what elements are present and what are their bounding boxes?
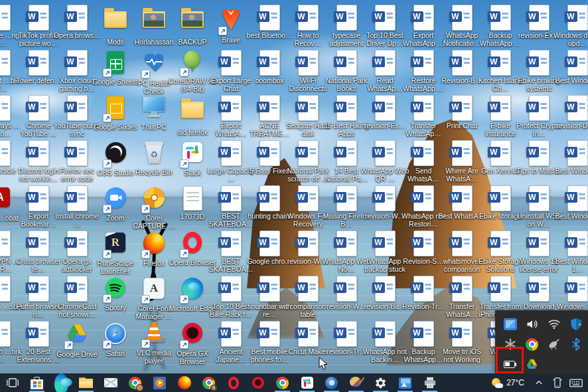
word-document-icon: W: [529, 5, 550, 31]
word-document-icon: W: [29, 5, 49, 31]
desktop-icon-label: revision-De…: [553, 122, 588, 130]
word-document-icon: W: [375, 50, 396, 76]
word-document-icon: W: [375, 5, 396, 31]
desktop-icon[interactable]: WBest Windows: [553, 185, 588, 229]
taskbar-microsoft-store-button[interactable]: [25, 373, 49, 392]
desktop-icon[interactable]: WWindows driver upd…: [553, 4, 588, 48]
taskbar-blue-circle-app-button[interactable]: [319, 373, 344, 392]
wifi-icon[interactable]: [547, 317, 561, 332]
defender-icon[interactable]: [569, 317, 583, 332]
shortcut-arrow-icon: [103, 68, 111, 77]
word-document-icon: W: [490, 5, 511, 31]
taskbar-printer-button[interactable]: [417, 373, 442, 392]
firefox-icon: [177, 376, 191, 390]
tray-show-hidden-icons-button[interactable]: [531, 373, 547, 392]
word-document-icon: W: [529, 231, 550, 256]
word-document-icon: W: [0, 321, 11, 347]
taskbar-opera-button[interactable]: [221, 373, 246, 392]
desktop-icon[interactable]: WBest Windows 1…: [553, 230, 588, 274]
word-document-icon: W: [452, 276, 473, 302]
word-document-icon: W: [413, 140, 434, 166]
task-view-icon: [5, 376, 19, 390]
folder-with-photo-icon: [181, 11, 204, 28]
taskbar-file-explorer-button[interactable]: [74, 373, 98, 392]
video-player-icon: [153, 376, 167, 390]
word-document-icon: W: [259, 231, 280, 256]
shortcut-arrow-icon: [141, 295, 150, 304]
shortcut-arrow-icon: [180, 340, 188, 349]
word-document-icon: W: [490, 140, 511, 166]
word-document-icon: W: [375, 276, 396, 302]
taskbar-chrome-b-button[interactable]: B: [196, 373, 221, 392]
satellite-icon[interactable]: [547, 337, 561, 351]
taskbar-paint-palette-app-button[interactable]: [344, 373, 368, 392]
word-document-icon: W: [452, 185, 473, 211]
taskbar-task-view-button[interactable]: [0, 373, 25, 392]
word-document-icon: W: [0, 276, 11, 302]
taskbar-edge-button[interactable]: [49, 373, 74, 392]
word-document-icon: W: [567, 50, 588, 76]
folder-icon: [104, 11, 127, 28]
edge-icon: [54, 376, 68, 390]
desktop-icon[interactable]: Wrevision-De…: [553, 94, 588, 138]
desktop-icon[interactable]: WBest Windows: [553, 140, 588, 183]
shortcut-arrow-icon: [141, 250, 150, 258]
chrome-icon[interactable]: [525, 337, 540, 351]
word-document-icon: W: [67, 231, 88, 256]
taskbar-chrome-profile-button[interactable]: [123, 373, 147, 392]
word-document-icon: W: [29, 95, 49, 121]
word-document-icon: W: [452, 95, 473, 121]
taskbar-video-player-button[interactable]: [147, 373, 172, 392]
shortcut-arrow-icon: [141, 205, 150, 213]
word-document-icon: W: [336, 95, 357, 121]
word-document-icon: W: [259, 276, 280, 302]
google-drive-icon[interactable]: [525, 357, 540, 371]
desktop-icon[interactable]: WBest Windows: [553, 49, 588, 93]
taskbar-slack-button[interactable]: [295, 373, 319, 392]
shortcut-arrow-icon: [103, 340, 111, 349]
word-document-icon: W: [29, 140, 49, 166]
taskbar-chrome-button[interactable]: [270, 373, 295, 392]
word-document-icon: W: [259, 50, 280, 76]
word-document-icon: W: [490, 95, 511, 121]
word-document-icon: W: [67, 95, 88, 121]
word-document-icon: W: [298, 5, 319, 31]
this-pc-icon: [143, 96, 165, 119]
word-document-icon: W: [0, 140, 11, 166]
taskbar-photos-button[interactable]: [393, 373, 417, 392]
word-document-icon: W: [490, 185, 511, 211]
word-document-icon: W: [259, 185, 280, 211]
word-document-icon: W: [336, 276, 357, 302]
taskbar-mail-button[interactable]: [98, 373, 123, 392]
word-document-icon: W: [529, 50, 550, 76]
taskbar-settings-button[interactable]: [368, 373, 393, 392]
word-document-icon: W: [67, 50, 88, 76]
word-document-icon: W: [221, 276, 242, 302]
shortcut-arrow-icon: [218, 27, 227, 35]
volume-icon[interactable]: [525, 317, 540, 332]
word-document-icon: W: [336, 231, 357, 256]
taskbar-firefox-button[interactable]: [172, 373, 196, 392]
word-document-icon: W: [67, 185, 88, 211]
taskbar-opera-gx-button[interactable]: [246, 373, 270, 392]
your-phone-icon[interactable]: [550, 373, 565, 392]
weather-icon: [492, 378, 503, 388]
word-document-icon: W: [298, 185, 319, 211]
word-document-icon: W: [336, 140, 357, 166]
shortcut-arrow-icon: [180, 295, 188, 304]
intel-graphics-icon[interactable]: [503, 317, 518, 332]
word-document-icon: W: [298, 231, 319, 256]
bluetooth-icon[interactable]: [569, 337, 583, 351]
tray-overflow-flyout: [495, 310, 588, 373]
touch-keyboard-icon[interactable]: [568, 373, 584, 392]
temperature-label: 27°C: [506, 378, 524, 387]
word-document-icon: W: [567, 5, 588, 31]
word-document-icon: W: [413, 185, 434, 211]
word-document-icon: W: [336, 185, 357, 211]
taskbar-pinned-apps: B: [0, 373, 442, 392]
weather-widget[interactable]: 27°C: [488, 373, 528, 392]
shortcut-arrow-icon: [141, 70, 150, 78]
shortcut-arrow-icon: [103, 294, 111, 303]
word-document-icon: W: [29, 231, 49, 256]
word-document-icon: W: [29, 276, 49, 302]
